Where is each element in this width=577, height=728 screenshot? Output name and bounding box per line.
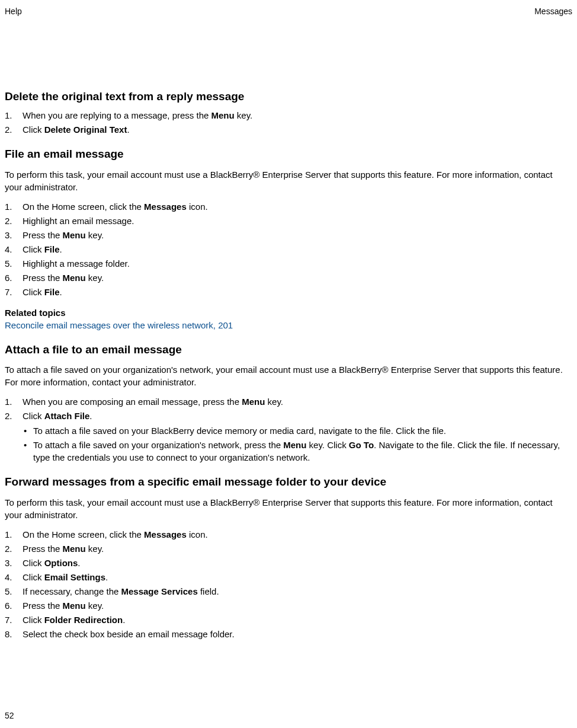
step-text: . <box>78 558 80 568</box>
step-bold: Menu <box>211 110 235 120</box>
step-text: . <box>60 244 62 254</box>
step-text: key. <box>265 397 283 407</box>
section-intro: To perform this task, your email account… <box>5 496 572 521</box>
step-bold: Email Settings <box>44 572 105 582</box>
list-item: On the Home screen, click the Messages i… <box>5 200 572 213</box>
section-title-forward-messages: Forward messages from a specific email m… <box>5 474 572 490</box>
step-text: On the Home screen, click the <box>23 529 144 539</box>
list-item: Click Delete Original Text. <box>5 123 572 136</box>
list-item: Highlight an email message. <box>5 215 572 227</box>
step-bold: File <box>44 287 60 297</box>
step-text: key. <box>86 230 104 240</box>
list-item: To attach a file saved on your organizat… <box>23 439 572 464</box>
step-text: . <box>60 287 62 297</box>
step-text: icon. <box>187 202 208 212</box>
step-text: Press the <box>23 273 63 283</box>
step-bold: Folder Redirection <box>44 615 123 625</box>
bullet-text: To attach a file saved on your BlackBerr… <box>33 426 446 436</box>
section-title-delete-original: Delete the original text from a reply me… <box>5 89 572 105</box>
header-left: Help <box>5 6 22 18</box>
step-text: On the Home screen, click the <box>23 202 144 212</box>
step-bold: Delete Original Text <box>44 124 127 135</box>
step-text: Click <box>23 287 44 297</box>
step-text: When you are composing an email message,… <box>23 397 242 407</box>
step-text: Click <box>23 615 44 625</box>
steps-forward-messages: On the Home screen, click the Messages i… <box>5 528 572 640</box>
sub-bullets: To attach a file saved on your BlackBerr… <box>23 424 572 464</box>
related-topic-link[interactable]: Reconcile email messages over the wirele… <box>5 320 233 330</box>
step-text: Highlight an email message. <box>23 216 134 226</box>
steps-delete-original: When you are replying to a message, pres… <box>5 109 572 136</box>
step-text: Click <box>23 124 44 135</box>
step-text: key. <box>86 601 104 611</box>
bullet-text: key. Click <box>306 440 348 450</box>
list-item: Press the Menu key. <box>5 272 572 284</box>
step-text: Click <box>23 244 44 254</box>
step-text: key. <box>235 110 253 120</box>
page-number: 52 <box>5 710 14 722</box>
step-text: Highlight a message folder. <box>23 258 130 269</box>
step-text: icon. <box>187 529 208 539</box>
step-text: . <box>123 615 125 625</box>
step-text: . <box>127 124 129 135</box>
steps-attach-file: When you are composing an email message,… <box>5 395 572 464</box>
step-bold: Messages <box>144 202 187 212</box>
step-bold: Menu <box>242 397 265 407</box>
step-text: Click <box>23 572 44 582</box>
section-intro: To perform this task, your email account… <box>5 168 572 193</box>
step-text: . <box>89 411 92 421</box>
step-text: field. <box>198 586 219 596</box>
step-text: key. <box>86 544 104 554</box>
step-bold: Menu <box>63 601 86 611</box>
list-item: Press the Menu key. <box>5 599 572 612</box>
bullet-bold: Go To <box>349 440 374 450</box>
steps-file-email: On the Home screen, click the Messages i… <box>5 200 572 298</box>
step-bold: Menu <box>63 230 86 240</box>
step-text: If necessary, change the <box>23 586 121 596</box>
step-text: Click <box>23 558 44 568</box>
step-bold: Menu <box>63 273 86 283</box>
related-topics-heading: Related topics <box>5 306 572 319</box>
step-bold: Attach File <box>44 411 90 421</box>
bullet-bold: Menu <box>283 440 306 450</box>
list-item: When you are composing an email message,… <box>5 395 572 408</box>
step-bold: Options <box>44 558 78 568</box>
step-text: Press the <box>23 544 63 554</box>
list-item: Select the check box beside an email mes… <box>5 628 572 640</box>
list-item: Highlight a message folder. <box>5 257 572 270</box>
step-bold: Menu <box>63 544 86 554</box>
list-item: To attach a file saved on your BlackBerr… <box>23 424 572 437</box>
step-text: Click <box>23 411 44 421</box>
list-item: Click Folder Redirection. <box>5 614 572 626</box>
list-item: Click Email Settings. <box>5 571 572 583</box>
step-bold: Messages <box>144 529 187 539</box>
list-item: Click File. <box>5 243 572 256</box>
header-right: Messages <box>534 6 572 18</box>
step-text: When you are replying to a message, pres… <box>23 110 211 120</box>
list-item: When you are replying to a message, pres… <box>5 109 572 122</box>
step-text: key. <box>86 273 104 283</box>
step-bold: Message Services <box>121 586 198 596</box>
list-item: Press the Menu key. <box>5 542 572 555</box>
list-item: Click File. <box>5 286 572 298</box>
step-text: Select the check box beside an email mes… <box>23 629 235 639</box>
step-text: Press the <box>23 230 63 240</box>
step-text: Press the <box>23 601 63 611</box>
list-item: On the Home screen, click the Messages i… <box>5 528 572 541</box>
list-item: If necessary, change the Message Service… <box>5 585 572 598</box>
section-title-file-email: File an email message <box>5 146 572 162</box>
step-text: . <box>105 572 108 582</box>
bullet-text: To attach a file saved on your organizat… <box>33 440 283 450</box>
section-title-attach-file: Attach a file to an email message <box>5 342 572 358</box>
list-item: Press the Menu key. <box>5 229 572 241</box>
list-item: Click Options. <box>5 557 572 569</box>
list-item: Click Attach File. To attach a file save… <box>5 410 572 464</box>
step-bold: File <box>44 244 60 254</box>
section-intro: To attach a file saved on your organizat… <box>5 363 572 388</box>
page-header: Help Messages <box>5 6 572 18</box>
